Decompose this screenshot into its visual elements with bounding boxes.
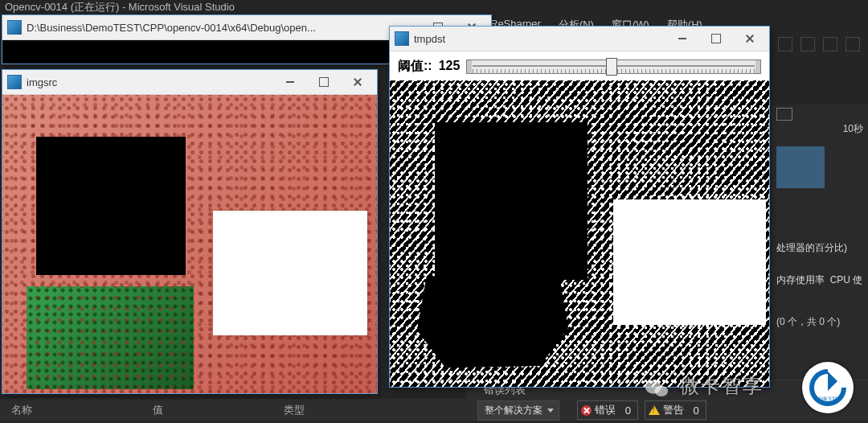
imgsrc-close-button[interactable] (343, 70, 372, 94)
minimize-icon (678, 38, 686, 39)
imgsrc-green-rect (27, 286, 194, 389)
trackbar-label: 阈值:: (398, 58, 432, 75)
diag-counts: (0 个，共 0 个) (776, 315, 840, 329)
col-name: 名称 (11, 403, 32, 417)
imgsrc-canvas (2, 95, 377, 393)
vs-title: Opencv-0014 (正在运行) - Microsoft Visual St… (5, 0, 235, 14)
threshold-trackbar[interactable] (466, 54, 761, 78)
svg-text:创新互联: 创新互联 (818, 396, 837, 401)
imgsrc-titlebar[interactable]: imgsrc (2, 70, 377, 95)
imgsrc-minimize-button[interactable] (276, 70, 305, 94)
close-icon (353, 77, 362, 87)
tmpdst-black-blob-bottom (414, 270, 571, 370)
close-icon (745, 34, 755, 43)
errors-pill[interactable]: 错误 0 (577, 400, 638, 420)
toolbar-button-6[interactable] (845, 37, 860, 51)
diag-cpu-bar (776, 146, 825, 188)
watermark-logo: 创新互联 (802, 362, 854, 413)
col-value: 值 (153, 403, 163, 417)
tmpdst-trackbar-row: 阈值:: 125 (390, 51, 769, 80)
diag-memory-label: 内存使用率 CPU 使 (776, 273, 862, 287)
col-type: 类型 (284, 403, 305, 417)
watermark-text: 微卡智享 (680, 373, 764, 399)
diagnostics-panel: 10秒 处理器的百分比) 内存使用率 CPU 使 (0 个，共 0 个) (772, 105, 868, 391)
tmpdst-appicon (395, 31, 409, 46)
imgsrc-title: imgsrc (27, 76, 57, 88)
maximize-icon (319, 77, 329, 87)
imgsrc-black-square (36, 137, 186, 275)
maximize-icon (711, 34, 721, 43)
imgsrc-maximize-button[interactable] (309, 70, 338, 94)
console-title: D:\Business\DemoTEST\CPP\opencv-0014\x64… (27, 22, 316, 34)
error-scope-dropdown[interactable]: 整个解决方案 (477, 400, 559, 421)
diag-graph-icon (776, 108, 792, 121)
imgsrc-window[interactable]: imgsrc (2, 69, 378, 394)
tmpdst-close-button[interactable] (735, 27, 764, 51)
tmpdst-title: tmpdst (414, 33, 445, 45)
wechat-icon (645, 378, 669, 399)
tmpdst-canvas (390, 80, 769, 387)
toolbar-button-4[interactable] (800, 37, 815, 51)
warning-icon (649, 405, 660, 415)
tmpdst-maximize-button[interactable] (702, 27, 731, 51)
trackbar-thumb[interactable] (606, 58, 617, 76)
tmpdst-titlebar[interactable]: tmpdst (390, 27, 769, 51)
trackbar-value: 125 (439, 59, 461, 73)
warnings-pill[interactable]: 警告 0 (645, 400, 706, 420)
watch-columns: 名称 值 类型 (0, 399, 466, 421)
tmpdst-window[interactable]: tmpdst 阈值:: 125 (389, 26, 770, 388)
imgsrc-appicon (7, 75, 22, 89)
toolbar-button-5[interactable] (823, 37, 837, 51)
tmpdst-white-square (613, 199, 766, 325)
svg-point-1 (655, 386, 669, 396)
tmpdst-minimize-button[interactable] (668, 27, 697, 51)
error-icon (581, 405, 592, 416)
minimize-icon (286, 81, 294, 83)
diag-cpu-pct-label: 处理器的百分比) (776, 241, 847, 255)
tmpdst-black-blob-top (435, 122, 588, 280)
toolbar-button-3[interactable] (778, 37, 792, 51)
imgsrc-white-square (213, 211, 367, 335)
diag-timescale: 10秒 (843, 122, 863, 136)
console-appicon (7, 20, 22, 35)
